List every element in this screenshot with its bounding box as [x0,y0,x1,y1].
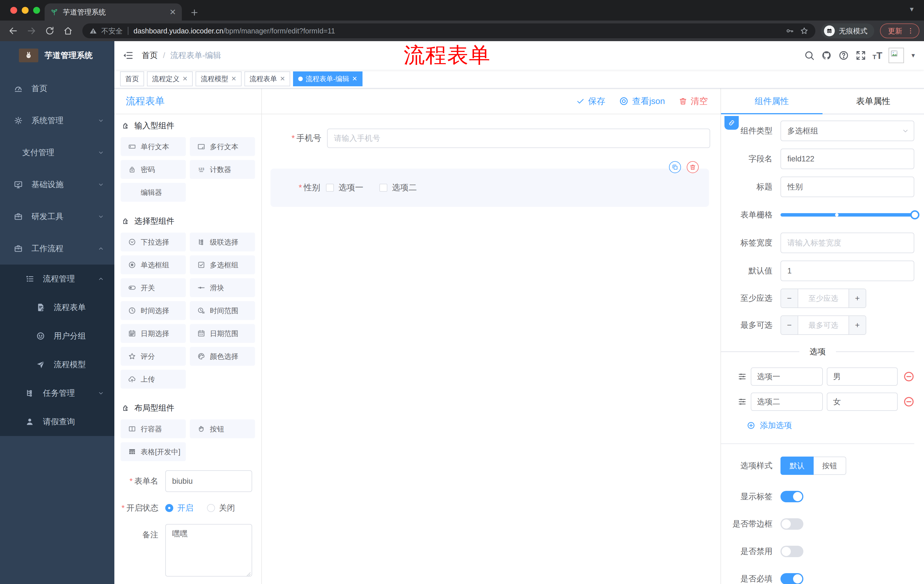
sidebar-item-infra[interactable]: 基础设施 [0,169,114,201]
home-button[interactable] [59,22,77,39]
component-cascade[interactable]: 级联选择 [190,233,255,252]
component-slider[interactable]: 滑块 [190,278,255,297]
title-input[interactable] [780,176,914,197]
clear-button[interactable]: 清空 [679,95,708,107]
remove-option-icon[interactable] [903,370,915,383]
component-single-text[interactable]: 单行文本 [120,137,186,156]
tag-home[interactable]: 首页 [120,71,144,86]
option-label-input[interactable] [751,393,823,411]
component-button[interactable]: 按钮 [190,419,255,438]
show-label-toggle[interactable] [780,491,804,502]
sidebar-item-process-model[interactable]: 流程模型 [0,350,114,379]
link-tag-icon[interactable] [724,116,739,130]
sidebar-item-devtools[interactable]: 研发工具 [0,201,114,233]
component-upload[interactable]: 上传 [120,370,186,388]
form-grid-slider[interactable] [780,213,914,217]
tab-component-props[interactable]: 组件属性 [721,89,823,114]
component-date-picker[interactable]: 日期选择 [120,324,186,343]
component-radio-group[interactable]: 单选框组 [120,255,186,274]
avatar-caret-icon[interactable]: ▼ [910,52,916,59]
default-value-input[interactable] [780,261,914,281]
slider-handle[interactable] [910,210,919,219]
add-option-button[interactable]: 添加选项 [747,420,914,431]
component-table[interactable]: 表格[开发中] [120,442,186,461]
tag-close-icon[interactable]: ✕ [182,75,188,82]
sidebar-item-leave-query[interactable]: 请假查询 [0,408,114,436]
tag-process-form[interactable]: 流程表单✕ [244,71,290,86]
gender-checkbox-2[interactable]: 选项二 [380,182,417,193]
sidebar-item-process-mgmt[interactable]: 流程管理 [0,265,114,293]
sidebar-item-payment[interactable]: 支付管理 [0,137,114,169]
style-button-button[interactable]: 按钮 [813,457,846,475]
type-select[interactable] [780,120,914,141]
back-button[interactable] [5,22,22,39]
tag-process-form-edit[interactable]: 流程表单-编辑✕ [293,71,362,86]
sidebar-item-user-group[interactable]: 用户分组 [0,322,114,350]
stepper-plus-button[interactable]: + [848,316,866,334]
option-value-input[interactable] [827,393,898,411]
copy-component-button[interactable] [669,161,681,173]
help-icon[interactable] [838,50,849,61]
required-toggle[interactable] [780,573,804,584]
option-value-input[interactable] [827,367,898,386]
tag-close-icon[interactable]: ✕ [280,75,285,82]
update-browser-button[interactable]: 更新 [880,23,919,38]
field-name-input[interactable] [780,148,914,169]
forward-button[interactable] [23,22,40,39]
tag-process-model[interactable]: 流程模型✕ [196,71,241,86]
status-radio-off[interactable]: 关闭 [207,503,235,513]
search-icon[interactable] [804,50,815,61]
new-tab-button[interactable] [190,8,199,17]
max-input[interactable] [798,316,848,334]
phone-field[interactable]: *手机号 [262,128,721,148]
component-row-container[interactable]: 行容器 [120,419,186,438]
disabled-toggle[interactable] [780,546,804,557]
component-date-range[interactable]: 日期范围 [190,324,255,343]
view-json-button[interactable]: 查看json [619,95,665,107]
tab-close-icon[interactable]: ✕ [170,7,176,17]
stepper-minus-button[interactable]: − [781,316,798,334]
font-size-icon[interactable]: TT [873,51,882,60]
tab-form-props[interactable]: 表单属性 [823,89,924,114]
minimize-window-button[interactable] [22,7,29,14]
password-key-icon[interactable] [785,26,794,35]
sidebar-item-home[interactable]: 首页 [0,72,114,105]
breadcrumb-home[interactable]: 首页 [142,50,158,61]
component-rate[interactable]: 评分 [120,347,186,366]
component-time-picker[interactable]: 时间选择 [120,301,186,320]
remove-option-icon[interactable] [903,396,915,408]
tag-close-icon[interactable]: ✕ [231,75,236,82]
stepper-plus-button[interactable]: + [848,289,866,308]
address-bar[interactable]: 不安全 dashboard.yudao.iocoder.cn/bpm/manag… [82,23,815,38]
tag-process-definition[interactable]: 流程定义✕ [147,71,193,86]
component-counter[interactable]: 123计数器 [190,160,255,179]
component-password[interactable]: 密码 [120,160,186,179]
min-input[interactable] [798,289,848,308]
option-label-input[interactable] [751,367,823,386]
sidebar-item-system[interactable]: 系统管理 [0,105,114,137]
sidebar-item-workflow[interactable]: 工作流程 [0,233,114,265]
phone-input[interactable] [327,128,710,148]
profile-caret-icon[interactable]: ▼ [909,6,915,13]
component-select[interactable]: 下拉选择 [120,233,186,252]
drag-handle-icon[interactable] [738,372,747,381]
close-window-button[interactable] [10,7,17,14]
component-checkbox-group[interactable]: 多选框组 [190,255,255,274]
browser-tab[interactable]: 芋道管理系统 ✕ [45,3,182,21]
stepper-minus-button[interactable]: − [781,289,798,308]
reload-button[interactable] [41,22,58,39]
sidebar-logo[interactable]: 芋道管理系统 [0,41,114,70]
gender-field-selected[interactable]: *性别 选项一 选项二 [271,169,709,207]
component-switch[interactable]: 开关 [120,278,186,297]
fullscreen-icon[interactable] [855,50,866,61]
maximize-window-button[interactable] [33,7,40,14]
form-name-input[interactable] [165,470,252,492]
sidebar-item-task-mgmt[interactable]: 任务管理 [0,379,114,408]
avatar[interactable] [889,48,904,63]
type-select-input[interactable] [780,120,914,141]
delete-component-button[interactable] [687,161,699,173]
save-button[interactable]: 保存 [576,95,605,107]
form-remark-textarea[interactable] [165,524,252,577]
component-color-picker[interactable]: 颜色选择 [190,347,255,366]
hamburger-icon[interactable] [114,41,142,70]
